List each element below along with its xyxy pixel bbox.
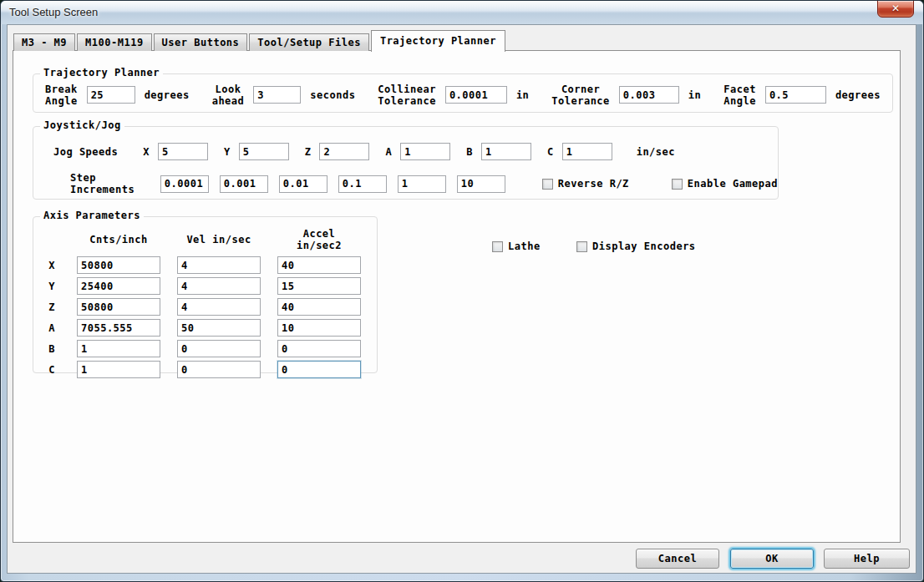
enable-gamepad-checkbox[interactable]: Enable Gamepad: [672, 178, 778, 190]
step-increment-6-input[interactable]: [457, 175, 505, 193]
look-ahead-field: Lookahead seconds: [212, 84, 356, 107]
lathe-checkbox[interactable]: Lathe: [492, 240, 541, 252]
jog-axis-x-label: X: [143, 146, 150, 158]
collinear-tolerance-label: CollinearTolerance: [378, 84, 436, 107]
jog-axis-b-label: B: [466, 146, 473, 158]
axis-a-cnts-input[interactable]: [77, 319, 160, 337]
col-header-cnts: Cnts/inch: [77, 234, 160, 247]
enable-gamepad-label: Enable Gamepad: [688, 178, 778, 190]
axis-c-cnts-input[interactable]: [77, 361, 160, 378]
facet-angle-field: FacetAngle degrees: [723, 84, 881, 107]
tab-user-buttons[interactable]: User Buttons: [154, 33, 248, 51]
tool-setup-window: Tool Setup Screen ✕ M3 - M9 M100-M119 Us…: [0, 0, 924, 582]
collinear-tolerance-field: CollinearTolerance in: [378, 84, 529, 107]
close-button[interactable]: ✕: [877, 0, 914, 18]
axis-a-label: A: [43, 322, 60, 334]
tab-strip: M3 - M9 M100-M119 User Buttons Tool/Setu…: [13, 29, 507, 51]
axis-b-vel-input[interactable]: [177, 340, 261, 357]
checkbox-icon: [672, 179, 683, 190]
corner-tolerance-field: CornerTolerance in: [551, 84, 701, 107]
jog-speed-b-input[interactable]: [481, 143, 531, 160]
axis-c-label: C: [43, 364, 60, 376]
look-ahead-unit: seconds: [310, 89, 355, 101]
axis-c-accel-input[interactable]: [277, 361, 361, 378]
col-header-accel: Accel in/sec2: [277, 228, 361, 253]
axis-parameters-group: Axis Parameters Cnts/inch Vel in/sec Acc…: [33, 216, 378, 373]
checkbox-icon: [492, 241, 503, 252]
corner-tolerance-input[interactable]: [619, 86, 679, 104]
step-increment-5-input[interactable]: [398, 175, 446, 193]
axis-a-accel-input[interactable]: [277, 319, 361, 337]
axis-y-vel-input[interactable]: [177, 277, 261, 295]
axis-x-accel-input[interactable]: [277, 256, 361, 274]
display-encoders-label: Display Encoders: [592, 240, 696, 252]
lathe-label: Lathe: [508, 240, 541, 252]
axis-b-cnts-input[interactable]: [77, 340, 160, 357]
tab-tool-setup-files[interactable]: Tool/Setup Files: [249, 33, 369, 51]
axis-parameters-legend: Axis Parameters: [40, 210, 144, 221]
col-header-vel: Vel in/sec: [177, 234, 261, 247]
jog-speed-z-input[interactable]: [319, 143, 369, 160]
axis-z-accel-input[interactable]: [277, 298, 361, 316]
axis-y-cnts-input[interactable]: [77, 277, 160, 295]
axis-x-cnts-input[interactable]: [77, 256, 160, 274]
ok-button[interactable]: OK: [730, 549, 814, 569]
tab-trajectory-planner[interactable]: Trajectory Planner: [371, 30, 505, 52]
axis-c-vel-input[interactable]: [177, 361, 261, 378]
dialog-client-area: M3 - M9 M100-M119 User Buttons Tool/Setu…: [7, 24, 916, 574]
jog-speeds-unit: in/sec: [637, 146, 675, 158]
help-button[interactable]: Help: [824, 549, 910, 569]
axis-y-label: Y: [43, 281, 60, 292]
step-increment-3-input[interactable]: [279, 175, 327, 193]
joystick-jog-legend: Joystick/Jog: [40, 119, 124, 131]
step-increment-2-input[interactable]: [220, 175, 268, 193]
collinear-tolerance-input[interactable]: [445, 86, 507, 104]
jog-axis-z-label: Z: [305, 146, 312, 158]
axis-z-cnts-input[interactable]: [77, 298, 160, 316]
tab-m3-m9[interactable]: M3 - M9: [13, 33, 75, 51]
axis-b-label: B: [43, 343, 60, 355]
cancel-button[interactable]: Cancel: [636, 549, 719, 569]
titlebar-gloss: [1, 1, 923, 12]
step-increment-1-input[interactable]: [160, 175, 209, 193]
facet-angle-input[interactable]: [765, 86, 826, 104]
corner-tolerance-unit: in: [688, 89, 701, 101]
jog-speed-x-input[interactable]: [158, 143, 208, 160]
jog-speed-a-input[interactable]: [400, 143, 450, 160]
reverse-rz-label: Reverse R/Z: [558, 178, 629, 190]
axis-y-accel-input[interactable]: [277, 277, 361, 295]
tab-page-trajectory-planner: M3 - M9 M100-M119 User Buttons Tool/Setu…: [13, 50, 901, 543]
axis-a-vel-input[interactable]: [177, 319, 261, 337]
titlebar[interactable]: Tool Setup Screen ✕: [1, 1, 923, 24]
checkbox-icon: [576, 241, 587, 252]
axis-z-label: Z: [43, 301, 60, 313]
jog-speed-c-input[interactable]: [562, 143, 612, 160]
break-angle-unit: degrees: [145, 89, 190, 101]
break-angle-label: BreakAngle: [45, 84, 78, 107]
jog-speed-y-input[interactable]: [239, 143, 289, 160]
axis-b-accel-input[interactable]: [277, 340, 361, 357]
break-angle-field: BreakAngle degrees: [45, 84, 190, 107]
display-encoders-checkbox[interactable]: Display Encoders: [576, 240, 696, 252]
step-increments-label: Step Increments: [70, 172, 139, 195]
window-title: Tool Setup Screen: [9, 1, 98, 23]
jog-axis-c-label: C: [547, 146, 554, 158]
tab-m100-m119[interactable]: M100-M119: [77, 33, 152, 51]
axis-x-label: X: [43, 260, 60, 271]
axis-x-vel-input[interactable]: [177, 256, 261, 274]
jog-axis-y-label: Y: [224, 146, 231, 158]
reverse-rz-checkbox[interactable]: Reverse R/Z: [542, 178, 629, 190]
close-icon: ✕: [878, 1, 913, 17]
corner-tolerance-label: CornerTolerance: [551, 84, 610, 107]
checkbox-icon: [542, 179, 553, 190]
look-ahead-input[interactable]: [253, 86, 301, 104]
step-increment-4-input[interactable]: [338, 175, 387, 193]
break-angle-input[interactable]: [87, 86, 135, 104]
collinear-tolerance-unit: in: [516, 89, 529, 101]
joystick-jog-group: Joystick/Jog Jog Speeds X Y Z A B C in/s…: [33, 126, 779, 200]
axis-z-vel-input[interactable]: [177, 298, 261, 316]
facet-angle-label: FacetAngle: [723, 84, 756, 107]
jog-axis-a-label: A: [385, 146, 392, 158]
trajectory-planner-group: Trajectory Planner BreakAngle degrees Lo…: [33, 73, 893, 113]
facet-angle-unit: degrees: [835, 89, 881, 101]
